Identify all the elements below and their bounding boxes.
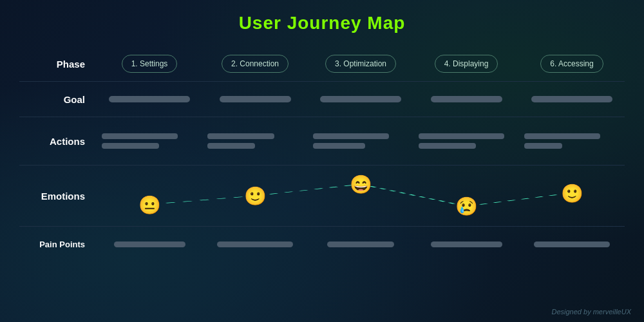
action-bar-1b xyxy=(102,143,159,149)
svg-line-0 xyxy=(149,196,255,205)
phase-cell-1: 1. Settings xyxy=(97,48,202,80)
action-bar-4a xyxy=(419,133,504,139)
phase-cell-4: 4. Displaying xyxy=(413,48,519,80)
pain-bar-1 xyxy=(114,242,185,247)
actions-cell-5 xyxy=(519,118,625,164)
svg-line-1 xyxy=(255,184,361,196)
emotions-graph: 😐 🙂 😄 😢 🙂 xyxy=(97,167,625,225)
action-bar-1a xyxy=(102,133,178,139)
pain-cell-5 xyxy=(519,228,625,260)
goal-bar-1 xyxy=(109,96,190,102)
pain-bar-3 xyxy=(327,242,394,247)
main-container: User Journey Map Phase 1. Settings 2. Co… xyxy=(0,0,644,322)
divider-2 xyxy=(19,117,625,117)
action-bar-5b xyxy=(524,143,562,149)
actions-cell-3 xyxy=(308,118,413,164)
watermark: Designed by merveilleUX xyxy=(552,308,632,316)
pain-cell-1 xyxy=(97,228,202,260)
phase-badge-5: 6. Accessing xyxy=(540,55,603,73)
emotions-label: Emotions xyxy=(19,167,97,225)
phase-cell-2: 2. Connection xyxy=(202,48,308,80)
emotion-emoji-4: 😢 xyxy=(455,196,478,217)
pain-bar-5 xyxy=(534,242,610,247)
phase-label: Phase xyxy=(19,48,97,80)
divider-3 xyxy=(19,165,625,166)
actions-cell-4 xyxy=(413,118,519,164)
emotion-emoji-5: 🙂 xyxy=(561,182,583,204)
divider-1 xyxy=(19,81,625,82)
goal-bar-2 xyxy=(220,96,291,102)
goal-cell-5 xyxy=(519,83,625,115)
emotion-emoji-3: 😄 xyxy=(350,174,372,195)
goal-bar-5 xyxy=(531,96,612,102)
phase-cell-5: 6. Accessing xyxy=(519,48,625,80)
phase-badge-4: 4. Displaying xyxy=(435,55,498,73)
phase-cell-3: 3. Optimization xyxy=(308,48,413,80)
goal-bar-3 xyxy=(320,96,401,102)
emotion-emoji-1: 😐 xyxy=(138,194,161,215)
pain-bar-4 xyxy=(431,242,502,247)
goal-cell-2 xyxy=(202,83,308,115)
goal-cell-4 xyxy=(413,83,519,115)
goal-bar-4 xyxy=(431,96,502,102)
phase-badge-1: 1. Settings xyxy=(122,55,178,73)
pain-cell-3 xyxy=(308,228,413,260)
svg-line-3 xyxy=(466,193,572,207)
divider-4 xyxy=(19,226,625,227)
goal-cell-1 xyxy=(97,83,202,115)
page-title: User Journey Map xyxy=(19,13,625,33)
action-bar-5a xyxy=(524,133,600,139)
pain-cell-2 xyxy=(202,228,308,260)
actions-label: Actions xyxy=(19,118,97,164)
pain-cell-4 xyxy=(413,228,519,260)
emotion-emoji-2: 🙂 xyxy=(244,185,267,207)
goal-label: Goal xyxy=(19,83,97,115)
action-bar-2a xyxy=(207,133,274,139)
actions-cell-2 xyxy=(202,118,308,164)
phase-badge-2: 2. Connection xyxy=(222,55,289,73)
journey-map-grid: Phase 1. Settings 2. Connection 3. Optim… xyxy=(19,48,625,260)
action-bar-3a xyxy=(313,133,389,139)
action-bar-2b xyxy=(207,143,255,149)
pain-label: Pain Points xyxy=(19,228,97,260)
action-bar-3b xyxy=(313,143,365,149)
action-bar-4b xyxy=(419,143,476,149)
actions-cell-1 xyxy=(97,118,202,164)
goal-cell-3 xyxy=(308,83,413,115)
pain-bar-2 xyxy=(217,242,293,247)
svg-line-2 xyxy=(361,184,466,206)
phase-badge-3: 3. Optimization xyxy=(325,55,396,73)
